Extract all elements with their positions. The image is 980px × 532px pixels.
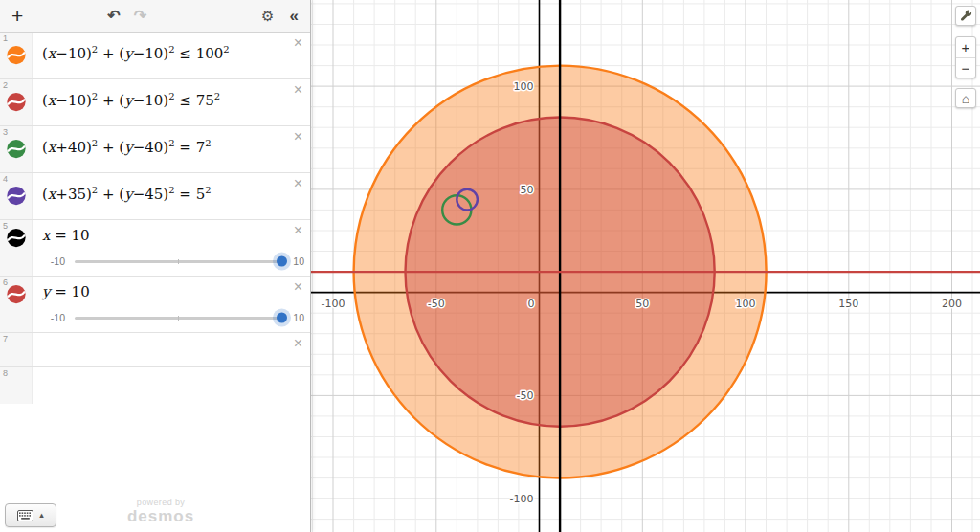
slider-max-label: 10 [293, 255, 304, 267]
expression-row-5[interactable]: 5x = 10-1010× [0, 220, 310, 277]
svg-text:50: 50 [635, 298, 649, 310]
undo-icon[interactable]: ↶ [107, 9, 120, 24]
expression-panel: + ↶ ↷ ⚙ « 1(x−10)2 + (y−10)2 ≤ 1002×2(x−… [0, 0, 311, 532]
expression-latex[interactable]: y = 10 [42, 283, 90, 300]
delete-expression-button[interactable]: × [294, 82, 302, 98]
expression-row-2[interactable]: 2(x−10)2 + (y−10)2 ≤ 752× [0, 79, 310, 126]
graph-canvas[interactable]: -100-5005010015020010050-50-100 [311, 0, 980, 532]
expression-row-7[interactable]: 7× [0, 333, 310, 367]
expression-gutter[interactable]: 1 [0, 33, 33, 78]
expression-toolbar: + ↶ ↷ ⚙ « [0, 0, 310, 33]
slider-track[interactable] [75, 260, 281, 263]
svg-text:-100: -100 [322, 298, 345, 310]
expression-gutter[interactable]: 7 [0, 333, 33, 366]
expression-latex[interactable]: (x+35)2 + (y−45)2 = 52 [42, 186, 212, 203]
curve-circle-icon[interactable] [6, 139, 26, 159]
expression-content[interactable]: (x−10)2 + (y−10)2 ≤ 1002× [33, 33, 310, 78]
expression-row-3[interactable]: 3(x+40)2 + (y−40)2 = 72× [0, 126, 310, 173]
svg-text:-100: -100 [510, 493, 534, 505]
slider-min-label: -10 [38, 255, 65, 267]
slider-thumb[interactable] [277, 313, 287, 323]
slider-center-tick [178, 316, 179, 321]
expression-latex[interactable]: (x+40)2 + (y−40)2 = 72 [42, 139, 212, 156]
curve-circle-icon[interactable] [6, 228, 26, 248]
svg-text:100: 100 [736, 298, 756, 310]
keyboard-toggle-button[interactable]: ▴ [5, 503, 56, 527]
expression-latex[interactable]: (x−10)2 + (y−10)2 ≤ 752 [42, 92, 220, 109]
expression-row-8[interactable]: 8 [0, 367, 310, 404]
caret-up-icon: ▴ [39, 511, 44, 520]
redo-icon[interactable]: ↷ [134, 9, 146, 24]
slider[interactable]: -1010 [38, 255, 304, 268]
svg-text:50: 50 [521, 184, 534, 196]
gear-icon[interactable]: ⚙ [261, 9, 274, 23]
zoom-out-button[interactable]: − [956, 57, 975, 78]
expression-content[interactable]: (x+35)2 + (y−45)2 = 52× [33, 173, 310, 219]
svg-text:-50: -50 [428, 298, 445, 310]
expression-content[interactable]: x = 10-1010× [33, 220, 310, 276]
slider-max-label: 10 [293, 312, 304, 323]
expression-index: 1 [3, 33, 8, 43]
delete-expression-button[interactable]: × [294, 129, 302, 144]
expression-gutter[interactable]: 6 [0, 277, 33, 332]
expression-index: 8 [3, 368, 8, 378]
slider-thumb[interactable] [277, 256, 287, 267]
wrench-icon [960, 10, 972, 22]
expression-content[interactable]: × [33, 333, 310, 366]
expression-gutter[interactable]: 4 [0, 173, 33, 219]
delete-expression-button[interactable]: × [294, 336, 302, 351]
graph-paper[interactable]: -100-5005010015020010050-50-100 + − ⌂ [311, 0, 980, 532]
expression-row-6[interactable]: 6y = 10-1010× [0, 277, 310, 333]
svg-text:200: 200 [942, 298, 962, 310]
collapse-panel-icon[interactable]: « [290, 8, 299, 24]
svg-text:0: 0 [528, 298, 535, 310]
slider-center-tick [178, 259, 179, 264]
expression-list: 1(x−10)2 + (y−10)2 ≤ 1002×2(x−10)2 + (y−… [0, 33, 310, 404]
desmos-logo: desmos [111, 507, 211, 526]
powered-by-label: powered by [111, 498, 211, 507]
slider[interactable]: -1010 [38, 311, 304, 324]
svg-text:-50: -50 [517, 389, 534, 402]
expression-latex[interactable]: (x−10)2 + (y−10)2 ≤ 1002 [42, 45, 230, 62]
curve-circle-icon[interactable] [6, 186, 26, 206]
zoom-controls: + − [955, 36, 976, 78]
expression-index: 4 [3, 174, 8, 184]
expression-content[interactable]: (x−10)2 + (y−10)2 ≤ 752× [33, 79, 310, 125]
desmos-branding: powered by desmos [111, 498, 211, 526]
expression-content[interactable]: (x+40)2 + (y−40)2 = 72× [33, 126, 310, 172]
expression-gutter[interactable]: 5 [0, 220, 33, 276]
expression-index: 2 [3, 80, 8, 90]
slider-track[interactable] [75, 317, 281, 320]
expression-row-4[interactable]: 4(x+35)2 + (y−45)2 = 52× [0, 173, 310, 220]
expression-content[interactable]: y = 10-1010× [33, 277, 310, 332]
expression-latex[interactable]: x = 10 [42, 227, 90, 244]
desmos-app: + ↶ ↷ ⚙ « 1(x−10)2 + (y−10)2 ≤ 1002×2(x−… [0, 0, 980, 532]
graph-settings-wrench-button[interactable] [955, 6, 976, 26]
expression-index: 3 [3, 127, 8, 137]
add-expression-button[interactable]: + [11, 6, 23, 26]
delete-expression-button[interactable]: × [294, 223, 302, 238]
delete-expression-button[interactable]: × [294, 176, 302, 191]
expression-index: 7 [3, 334, 8, 344]
delete-expression-button[interactable]: × [294, 279, 302, 295]
keyboard-icon [17, 510, 33, 521]
curve-circle-icon[interactable] [6, 284, 26, 304]
expression-gutter[interactable]: 3 [0, 126, 33, 172]
zoom-in-button[interactable]: + [956, 37, 975, 57]
expression-row-1[interactable]: 1(x−10)2 + (y−10)2 ≤ 1002× [0, 33, 310, 79]
svg-text:150: 150 [838, 298, 858, 310]
home-button[interactable]: ⌂ [955, 88, 976, 108]
slider-min-label: -10 [38, 312, 65, 323]
inequality-circle-icon[interactable] [6, 45, 26, 65]
expression-gutter[interactable]: 2 [0, 79, 33, 125]
expression-gutter[interactable]: 8 [0, 367, 33, 404]
expression-content[interactable] [33, 367, 310, 404]
svg-text:100: 100 [514, 80, 534, 93]
delete-expression-button[interactable]: × [294, 35, 302, 51]
inequality-circle-icon[interactable] [6, 92, 26, 112]
